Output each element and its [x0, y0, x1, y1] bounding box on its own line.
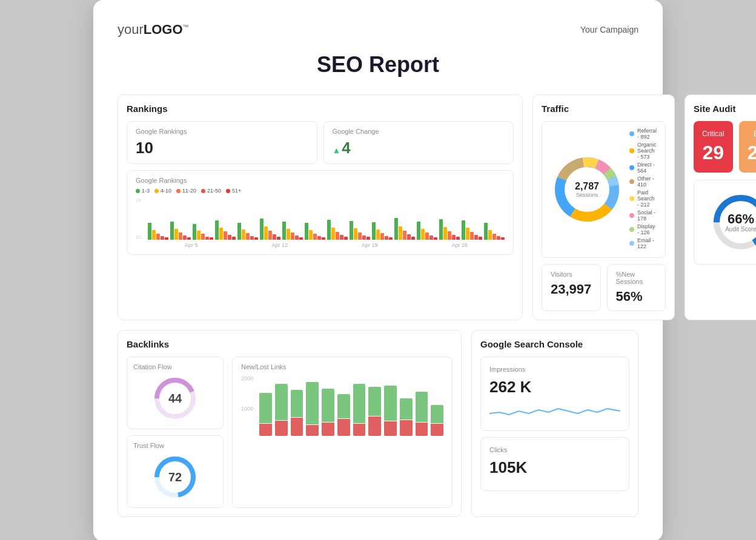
google-rankings-label: Google Rankings	[136, 128, 308, 135]
google-rankings-card: Google Rankings 10	[127, 121, 317, 164]
impressions-card: Impressions 262 K	[480, 357, 629, 431]
trust-flow-label: Trust Flow	[133, 442, 164, 449]
backlinks-title: Backlinks	[127, 339, 453, 349]
clicks-card: Clicks 105K	[480, 437, 629, 491]
legend-dot-11-20	[176, 189, 181, 193]
page-title: SEO Report	[118, 52, 638, 77]
critical-badge: Critical 29	[694, 121, 733, 173]
legend-dot-4-10	[154, 189, 159, 193]
logo: yourLOGO™	[118, 22, 189, 38]
backlinks-section: Backlinks Citation Flow 44	[118, 330, 462, 517]
rankings-title: Rankings	[127, 104, 514, 114]
impressions-sparkline	[489, 401, 620, 420]
legend-1-3: 1-3	[136, 188, 150, 194]
logo-thin: your	[118, 22, 144, 37]
legend-21-50: 21-50	[201, 188, 221, 194]
legend-11-20: 11-20	[176, 188, 196, 194]
traffic-section: Traffic	[532, 94, 675, 320]
impressions-value: 262 K	[489, 378, 620, 397]
gsc-title: Google Search Console	[480, 339, 629, 349]
impressions-label: Impressions	[489, 366, 620, 373]
errors-label: Errors	[748, 130, 756, 138]
audit-title: Site Audit	[694, 104, 756, 114]
audit-top-cards: Critical 29 Errors 279	[694, 121, 756, 173]
citation-flow-label: Citation Flow	[133, 363, 172, 370]
audit-score-card: 66% Audit Score	[694, 180, 756, 265]
errors-badge: Errors 279	[739, 121, 756, 173]
sessions-value: 2,787	[575, 181, 599, 192]
legend-dot-1-3	[136, 189, 140, 193]
trust-flow-value: 72	[168, 470, 182, 484]
google-change-value: ▲4	[333, 139, 505, 157]
chart-legend: 1-3 4-10 11-20 21-50	[136, 188, 505, 194]
traffic-chart-area: 2,787 Sessions Referral - 892 Organic Se…	[551, 128, 657, 251]
report-container: yourLOGO™ Your Campaign SEO Report Ranki…	[93, 0, 663, 540]
google-rankings-value: 10	[136, 139, 308, 157]
legend-4-10: 4-10	[154, 188, 171, 194]
legend-51plus: 51+	[226, 188, 241, 194]
audit-section: Site Audit Critical 29 Errors 279	[685, 94, 756, 320]
rankings-chart-title: Google Rankings	[136, 177, 505, 184]
header: yourLOGO™ Your Campaign	[118, 22, 638, 38]
logo-tm: ™	[183, 24, 189, 30]
google-change-label: Google Change	[333, 128, 505, 135]
traffic-title: Traffic	[542, 104, 666, 114]
clicks-value: 105K	[489, 458, 620, 477]
rankings-bar-chart	[136, 197, 505, 240]
clicks-label: Clicks	[489, 446, 620, 453]
rankings-chart-card: Google Rankings 1-3 4-10 11-20	[127, 170, 514, 255]
citation-flow-value: 44	[168, 392, 182, 406]
donut-center: 2,787 Sessions	[575, 181, 599, 198]
trust-flow-card: Trust Flow 72	[127, 435, 224, 508]
backlinks-inner: Citation Flow 44 Trust Flow	[127, 357, 453, 508]
traffic-legend: Referral - 892 Organic Search - 573 Dire…	[629, 128, 657, 251]
new-lost-bar-chart	[259, 375, 443, 436]
traffic-bottom-cards: Visitors 23,997 %New Sessions 56%	[542, 264, 666, 311]
sessions-label: Sessions	[575, 192, 599, 198]
gsc-section: Google Search Console Impressions 262 K …	[471, 330, 638, 517]
citation-flow-card: Citation Flow 44	[127, 357, 224, 429]
backlinks-chart-card: New/Lost Links 2000 1000	[232, 357, 453, 508]
campaign-label: Your Campaign	[580, 25, 638, 35]
new-sessions-card: %New Sessions 56%	[607, 264, 666, 311]
logo-bold: LOGO	[144, 22, 183, 37]
rankings-section: Rankings Google Rankings 10 Google Chang…	[118, 94, 523, 320]
citation-flow-donut: 44	[151, 374, 199, 423]
audit-score-label: Audit Score	[725, 226, 756, 232]
audit-pct: 66%	[725, 212, 756, 226]
new-sessions-value: 56%	[616, 289, 657, 305]
visitors-card: Visitors 23,997	[542, 264, 601, 311]
visitors-value: 23,997	[551, 282, 592, 297]
bar-chart-x-labels: Apr 5 Apr 12 Apr 19 Apr 26	[136, 242, 505, 248]
gsc-inner: Impressions 262 K Clicks 105K	[480, 357, 629, 491]
audit-donut: 66% Audit Score	[708, 189, 756, 255]
visitors-label: Visitors	[551, 271, 592, 278]
critical-value: 29	[702, 142, 724, 164]
legend-dot-51plus	[226, 189, 230, 193]
backlinks-left: Citation Flow 44 Trust Flow	[127, 357, 224, 508]
audit-donut-text: 66% Audit Score	[725, 212, 756, 232]
new-lost-label: New/Lost Links	[241, 363, 443, 370]
trust-flow-donut: 72	[151, 453, 199, 501]
errors-value: 279	[748, 142, 756, 164]
legend-dot-21-50	[201, 189, 205, 193]
traffic-donut: 2,787 Sessions	[551, 153, 623, 226]
critical-label: Critical	[702, 130, 724, 138]
google-change-card: Google Change ▲4	[323, 121, 514, 164]
up-arrow-icon: ▲	[333, 145, 341, 155]
new-sessions-label: %New Sessions	[616, 271, 657, 285]
